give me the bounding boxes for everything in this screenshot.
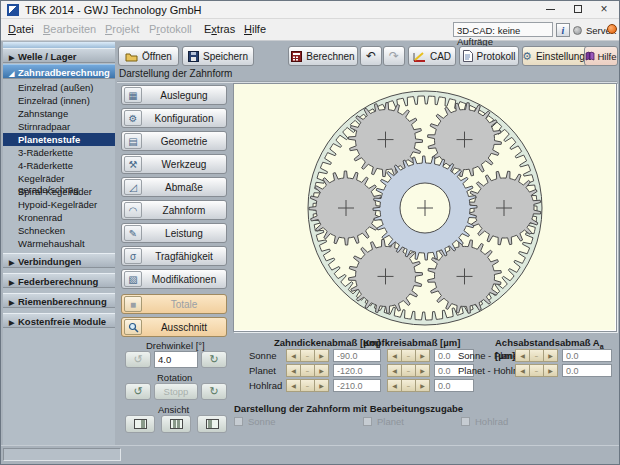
spin-left-button[interactable]: ◀: [387, 364, 402, 377]
open-button[interactable]: Öffnen: [118, 46, 179, 66]
zahndicke-hohlrad-spinner: ◀−▶: [286, 379, 328, 392]
rotate-ccw-step-button: ↺: [125, 351, 151, 368]
row-label-planet: Planet: [249, 365, 276, 376]
menu-hilfe[interactable]: Hilfe: [244, 23, 266, 35]
nav-auslegung-button[interactable]: ▦Auslegung: [121, 85, 227, 105]
protocol-button[interactable]: Protokoll: [459, 46, 519, 66]
zahnform-canvas[interactable]: [233, 83, 617, 332]
spin-left-button[interactable]: ◀: [387, 349, 402, 362]
spin-right-button[interactable]: ▶: [543, 349, 558, 362]
help-book-icon: [585, 51, 595, 61]
calculator-icon: [291, 51, 302, 62]
help-button[interactable]: Hilfe: [584, 46, 618, 66]
zahndicke-sonne-input[interactable]: [333, 349, 381, 362]
nav-werkzeug-button[interactable]: ⚒Werkzeug: [121, 154, 227, 174]
zahndicke-planet-input[interactable]: [333, 364, 381, 377]
spin-reset-button[interactable]: −: [401, 364, 416, 377]
sidebar-item-waermehaushalt[interactable]: Wärmehaushalt: [3, 237, 115, 250]
spin-reset-button[interactable]: −: [529, 349, 544, 362]
menu-bar: Datei Bearbeiten Projekt Protokoll Extra…: [1, 19, 619, 41]
spin-right-button[interactable]: ▶: [314, 349, 329, 362]
redo-button: ↷: [383, 46, 405, 66]
totale-button: ■ Totale: [121, 294, 227, 314]
calculate-button[interactable]: Berechnen: [288, 46, 358, 66]
sidebar-item-einzelrad-innen[interactable]: Einzelrad (innen): [3, 94, 115, 107]
drehwinkel-input[interactable]: [154, 351, 198, 368]
spin-right-button[interactable]: ▶: [415, 364, 430, 377]
spin-left-button[interactable]: ◀: [387, 379, 402, 392]
planetary-gear-drawing: [234, 84, 616, 331]
rotation-cw-button[interactable]: ↻: [201, 383, 227, 400]
chevron-expanded-icon: ◢: [9, 70, 18, 78]
spin-left-button[interactable]: ◀: [515, 349, 530, 362]
nav-zahnform-button[interactable]: ◠Zahnform: [121, 200, 227, 220]
sidebar-item-einzelrad-aussen[interactable]: Einzelrad (außen): [3, 81, 115, 94]
sidebar-item-3-raederkette[interactable]: 3-Räderkette: [3, 146, 115, 159]
sidebar-section-welle-lager[interactable]: ▶Welle / Lager: [3, 48, 115, 63]
sidebar-item-planetenstufe[interactable]: Planetenstufe: [3, 133, 115, 146]
view-split-pane-button[interactable]: [161, 415, 191, 433]
sidebar-section-riemenberechnung[interactable]: ▶Riemenberechnung: [3, 293, 115, 308]
sidebar-item-kronenrad[interactable]: Kronenrad: [3, 211, 115, 224]
sidebar-item-hypoid-kegelraeder[interactable]: Hypoid-Kegelräder: [3, 198, 115, 211]
spin-right-button[interactable]: ▶: [415, 349, 430, 362]
nav-leistung-button[interactable]: ✎Leistung: [121, 223, 227, 243]
checkbox-hohlrad-label: Hohlrad: [475, 416, 508, 427]
rotation-ccw-button[interactable]: ↺: [125, 383, 151, 400]
abmasse-icon: ◿: [124, 179, 142, 195]
spin-left-button[interactable]: ◀: [286, 379, 301, 392]
nav-tragfaehigkeit-button[interactable]: σTragfähigkeit: [121, 246, 227, 266]
view-pane-icon: [206, 419, 219, 429]
checkbox-sonne-label: Sonne: [248, 416, 275, 427]
spin-right-button[interactable]: ▶: [543, 364, 558, 377]
sidebar-section-zahnradberechnung[interactable]: ◢Zahnradberechnung: [3, 64, 115, 79]
checkbox-planet-label: Planet: [377, 416, 404, 427]
menu-extras[interactable]: Extras: [204, 23, 235, 35]
sidebar-item-kegelraeder[interactable]: Kegelräder gerade/schräg: [3, 172, 115, 185]
zahndicke-sonne-spinner: ◀−▶: [286, 349, 328, 362]
menu-datei[interactable]: Datei: [8, 23, 34, 35]
nav-modifikationen-button[interactable]: ▧Modifikationen: [121, 269, 227, 289]
sidebar-section-kostenfreie-module[interactable]: ▶Kostenfreie Module: [3, 313, 115, 328]
view-right-pane-button[interactable]: [125, 415, 155, 433]
spin-left-button[interactable]: ◀: [515, 364, 530, 377]
sidebar-item-4-raederkette[interactable]: 4-Räderkette: [3, 159, 115, 172]
sidebar-item-spiral-kegelraeder[interactable]: Spiral-Kegelräder: [3, 185, 115, 198]
ausschnitt-button[interactable]: Ausschnitt: [121, 317, 227, 337]
save-button[interactable]: Speichern: [182, 46, 254, 66]
sidebar-item-schnecken[interactable]: Schnecken: [3, 224, 115, 237]
spin-right-button[interactable]: ▶: [314, 364, 329, 377]
spin-reset-button[interactable]: −: [300, 379, 315, 392]
kopfkreis-hohlrad-input[interactable]: [434, 379, 474, 392]
minimize-button[interactable]: [537, 1, 563, 18]
close-button[interactable]: ×: [591, 1, 617, 18]
achs-planet-hohlrad-input[interactable]: [562, 364, 612, 377]
maximize-button[interactable]: [565, 1, 591, 18]
spin-right-button[interactable]: ▶: [314, 379, 329, 392]
nav-abmasse-button[interactable]: ◿Abmaße: [121, 177, 227, 197]
spin-right-button[interactable]: ▶: [415, 379, 430, 392]
achs-sonne-planet-input[interactable]: [562, 349, 612, 362]
chevron-right-icon: ▶: [9, 299, 18, 307]
spin-left-button[interactable]: ◀: [286, 349, 301, 362]
ansicht-label: Ansicht: [158, 404, 189, 415]
sidebar-item-zahnstange[interactable]: Zahnstange: [3, 107, 115, 120]
undo-button[interactable]: ↶: [360, 46, 382, 66]
spin-reset-button[interactable]: −: [529, 364, 544, 377]
nav-geometrie-button[interactable]: ▤Geometrie: [121, 131, 227, 151]
spin-reset-button[interactable]: −: [300, 349, 315, 362]
sidebar-section-verbindungen[interactable]: ▶Verbindungen: [3, 253, 115, 268]
totale-icon: ■: [124, 296, 142, 312]
view-left-pane-button[interactable]: [197, 415, 227, 433]
spin-reset-button[interactable]: −: [401, 349, 416, 362]
cad-button[interactable]: CAD: [408, 46, 456, 66]
nav-konfiguration-button[interactable]: ⚙Konfiguration: [121, 108, 227, 128]
spin-left-button[interactable]: ◀: [286, 364, 301, 377]
spin-reset-button[interactable]: −: [401, 379, 416, 392]
sidebar-item-stirnradpaar[interactable]: Stirnradpaar: [3, 120, 115, 133]
rotate-cw-step-button[interactable]: ↻: [201, 351, 227, 368]
zahndicke-hohlrad-input[interactable]: [333, 379, 381, 392]
sidebar-section-federberechnung[interactable]: ▶Federberechnung: [3, 273, 115, 288]
spin-reset-button[interactable]: −: [300, 364, 315, 377]
info-button[interactable]: i: [556, 23, 570, 37]
